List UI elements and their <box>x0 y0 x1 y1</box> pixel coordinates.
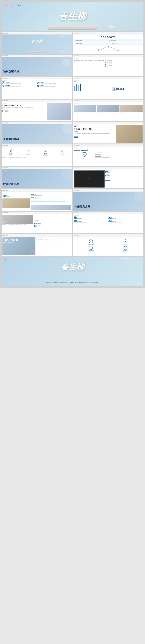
s2-curve <box>74 46 142 52</box>
s15-bar <box>2 194 5 194</box>
s12-item-2: Enter title here Enter title here. Proin… <box>95 154 142 156</box>
s7-title: DEVELOPMENT GRAND <box>2 105 46 106</box>
s4-item-2: 输入你的标题 <box>107 62 112 63</box>
s12-donut: 60% <box>81 152 87 157</box>
s8-item-1: Enter title here Enter title here <box>74 105 96 118</box>
slide-8: 输入你的标题 输入你的标题 Enter title here Enter tit… <box>73 100 143 121</box>
s7-section: 输入你的标题 <box>2 103 46 104</box>
page-container: 🌸 🌸 ✦ ✦ Opportunity is arrived 春生柳 输入你的标… <box>0 0 145 288</box>
s12-bar <box>74 149 76 149</box>
s12-item-1: Enter title here Enter title here. Proin… <box>95 152 142 153</box>
svg-point-1 <box>108 46 109 48</box>
slide-2-label: 输入你的标题 <box>73 32 143 34</box>
s6-section: 输入你的标题 <box>74 80 112 81</box>
s3-one-label: ① ONE <box>3 58 6 59</box>
s1-keyboard <box>27 51 47 53</box>
s15-right-img <box>30 205 71 210</box>
s7-photo <box>47 103 71 120</box>
slide-3: 输入你的标题 ONE ① ONE 项目总结概述 <box>2 55 72 76</box>
s10-subtitle: Type <box>74 130 116 132</box>
slide-2: 输入你的标题 CONTENTS 1. 项目总结概述 2. 工作详细内容 3. 收… <box>73 32 143 54</box>
slide-16-label: 输入你的标题 <box>73 189 143 192</box>
slide-18: 输入你的标题 输入你的标题 ♦ 01. Enter title here Ent… <box>73 212 143 233</box>
s18-item-1: ♦ 01. Enter title here Enter title here … <box>74 217 108 220</box>
slide-19: 输入你的标题 TEXT HERE Project Proposal 🌸 输入你的… <box>2 234 72 256</box>
s7-bar <box>2 104 5 104</box>
slide-6: 输入你的标题 输入你的标题 53% 72% <box>73 77 143 98</box>
s14-section: 输入你的标题 <box>105 170 142 171</box>
s14-item-1: 标题添加 <box>105 172 142 173</box>
slide-18-label: 输入你的标题 <box>73 212 143 214</box>
s15-item-2: Enter title here Enter title here, addin… <box>30 197 71 199</box>
s10-btn[interactable]: DETAILS <box>74 136 78 138</box>
s15-item-3: Enter title here Enter title here, addin… <box>30 200 71 202</box>
s1-branch: 🌸 <box>3 35 5 38</box>
s15-item-1: Enter title here Enter title here, addin… <box>30 194 71 196</box>
slide-19-label: 输入你的标题 <box>2 234 72 236</box>
slide-5: 输入你的标题 输入你的标题 输入你的标题 输入你的标题，这里添加一些简短的描述文… <box>2 77 72 98</box>
s1-title: 春生柳 <box>32 39 42 44</box>
s12-item-3: Enter title here Enter title here. Proin… <box>95 156 142 158</box>
s12-title: Company Introduction <box>74 149 142 151</box>
s17-section: 输入你的标题 <box>34 220 71 221</box>
hero-subtitle: Opportunity is arrived <box>116 4 130 6</box>
s18-item-3: ▲ 03. Enter title here Enter title here … <box>74 220 108 223</box>
s8-section: 输入你的标题 <box>74 103 142 104</box>
s10-section: 输入你的标题 <box>74 125 116 126</box>
s11-item-3: Title Here Title Here Enter title here <box>37 150 54 156</box>
slide-15: 输入你的标题 输入你的标题 78% Enter title here Enter… <box>2 189 72 211</box>
s6-bar <box>74 82 76 82</box>
s19-section: 输入你的标题 <box>36 237 71 238</box>
s14-bar <box>105 171 108 172</box>
slide-10: 输入你的标题 输入你的标题 TEXT HERE Type Proin at er… <box>73 122 143 144</box>
final-slide: 🌸 🌸 Opportunity is arrived 春生柳 输入你的标题，这里… <box>2 257 143 286</box>
s11-footer-text: Enter title here. Proin at erat pellente… <box>2 157 71 158</box>
slide-13: 输入你的标题 ③ THREE 收获经验反思 <box>2 167 72 188</box>
s1-subtitle: Opportunity is arrived <box>59 36 67 37</box>
slide-1-label: 输入你的标题 <box>2 32 72 34</box>
keyboard <box>48 25 97 30</box>
slide-14: 输入你的标题 项目内容PROJECT 输入你的标题 标题添加 <box>73 167 143 188</box>
slide-6-label: 输入你的标题 <box>73 77 143 80</box>
birds: ✦ ✦ <box>18 5 21 7</box>
s12-section: 输入你的标题 <box>74 148 142 148</box>
svg-text:60%: 60% <box>83 154 85 155</box>
s11-section: 输入你的标题 <box>2 148 71 148</box>
slide-14-label: 输入你的标题 <box>73 167 143 169</box>
slide-4: 输入你的标题 输入你的标题 描述你的项目总结，这里可以添加一些简短的描述性文字，… <box>73 55 143 76</box>
s20-item-4: ▲ Enter title here Enter title here <box>108 246 142 252</box>
s2-item-1: 1. 项目总结概述 <box>74 39 108 42</box>
slide-9: 输入你的标题 ② TWO 工作详细内容 <box>2 122 72 144</box>
slide-12: 输入你的标题 输入你的标题 Company Introduction 60% <box>73 144 143 166</box>
s19-title: TEXT HERE <box>4 238 34 241</box>
s4-item-3: 输入你的标题 <box>107 64 112 64</box>
s6-big-number: 12,648,258 <box>112 88 142 90</box>
s4-item-4: 输入你的标题 <box>107 65 112 66</box>
s19-left-panel: TEXT HERE Project Proposal 🌸 <box>2 237 36 255</box>
slides-grid: 输入你的标题 🌸 春生柳 Opportunity is arrived 输入你的… <box>2 32 143 256</box>
s11-item-1: Title Here Title Here Enter title here <box>2 150 19 156</box>
s14-item-3: 标题添加 <box>105 175 142 176</box>
slide-20-label: 输入你的标题 <box>73 234 143 236</box>
slide-7: 输入你的标题 输入你的标题 DEVELOPMENT GRAND 输入你的标题，这… <box>2 100 72 121</box>
s19-bar <box>36 239 38 239</box>
s17-body: Enter title here. Proin at erat pellente… <box>2 224 33 225</box>
s18-section: 输入你的标题 <box>74 215 142 216</box>
slide-11-label: 输入你的标题 <box>2 144 72 147</box>
s6-bar-label: ENTER TITLE <box>112 90 142 91</box>
s4-item-1: 输入你的标题 <box>107 60 112 61</box>
s8-item-3: Enter title here Enter title here <box>120 105 142 118</box>
s20-bar <box>74 239 76 239</box>
slide-10-label: 输入你的标题 <box>73 122 143 124</box>
slide-17-label: 输入你的标题 <box>2 212 72 214</box>
s14-item-2: 标题添加 <box>105 174 142 174</box>
svg-point-2 <box>117 50 119 51</box>
s4-section: 输入你的标题 <box>74 58 142 59</box>
s5-item-1: 输入你的标题 输入你的标题，这里添加一些简短的描述文字 <box>2 82 36 84</box>
s19-body: Enter title here. Proin at erat pellente… <box>36 240 71 240</box>
s11-item-4: ◆ Title Here Title Here Enter title here <box>54 150 71 156</box>
s14-btn[interactable]: 了解详情 <box>105 180 110 181</box>
s10-photo <box>116 125 142 143</box>
s8-item-2: Enter title here Enter title here <box>97 105 120 118</box>
s15-hands-img <box>2 198 30 208</box>
